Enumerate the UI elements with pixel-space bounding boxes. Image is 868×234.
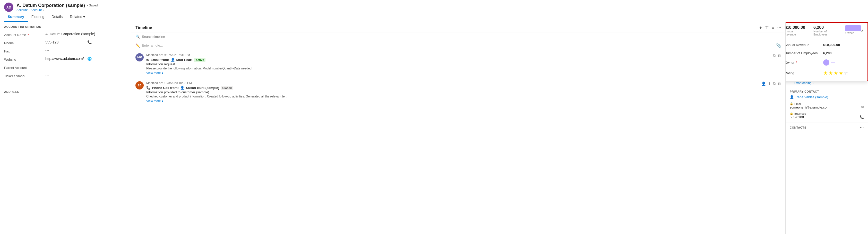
timeline-actions: + ⊤ ≡ ⋯ [760, 25, 781, 30]
contact-email-section: 🔒 Email someone_i@example.com ✉ [790, 102, 864, 109]
popup-owner-value [823, 59, 835, 66]
contact-business-section: 🔒 Business 555-0108 📞 [790, 112, 864, 119]
timeline-item-header-2: SB Modified on: 10/3/2020 10:33 PM 📞 Pho… [135, 81, 781, 103]
filter-timeline-icon[interactable]: ⊤ [765, 25, 769, 30]
timeline-search-bar: 🔍 [131, 32, 785, 41]
popup-header-owner-avatar [845, 25, 861, 31]
timeline-subject-1: Information request [146, 62, 770, 66]
assign-icon-2[interactable]: 👤 [762, 81, 766, 86]
popup-rating-stars: ★ ★ ★ ★ ☆ [823, 70, 848, 76]
required-indicator: * [28, 33, 29, 37]
note-area: ✏️ Enter a note... 📎 [131, 41, 785, 50]
list-item: SB Modified on: 10/3/2020 10:33 PM 📞 Pho… [135, 78, 781, 106]
list-item: MP Modified on: 9/27/2021 5:31 PM ✉ Emai… [135, 50, 781, 78]
popup-header-employees-value: 6,200 [813, 25, 837, 30]
popup-row-rating: Rating ★ ★ ★ ★ ☆ [785, 68, 864, 78]
attach-icon[interactable]: 📎 [776, 43, 781, 48]
address-section: ADDRESS [0, 88, 131, 96]
star-2: ★ [828, 70, 833, 76]
contacts-header: CONTACTS ⋯ [785, 123, 868, 132]
email-label: 🔒 Email [790, 102, 864, 105]
copy-icon-1[interactable]: ⧉ [773, 53, 776, 58]
timeline-type-2: 📞 Phone Call from: 👤 Susan Burk (sample)… [146, 86, 759, 90]
content-area: ACCOUNT INFORMATION Account Name * A. Da… [0, 22, 868, 234]
popup-header-employees: 6,200 Number of Employees [813, 25, 837, 36]
avatar-sb: SB [135, 81, 144, 90]
tab-summary[interactable]: Summary [4, 12, 28, 22]
globe-icon[interactable]: 🌐 [87, 57, 127, 61]
field-value-phone: 555-123 📞 [45, 40, 127, 44]
status-badge-2: Closed [221, 86, 233, 90]
popup-header-owner-label: Owner [845, 31, 861, 34]
phone-icon[interactable]: 📞 [87, 40, 127, 44]
list-timeline-icon[interactable]: ≡ [772, 26, 774, 30]
breadcrumb-account[interactable]: Account [17, 8, 28, 12]
popup-label-employees: Number of Employees [785, 51, 823, 55]
contacts-title: CONTACTS [790, 126, 806, 129]
copy-icon-2[interactable]: ⧉ [773, 81, 776, 86]
status-badge-1: Active [194, 58, 206, 62]
field-value-ticker: --- [45, 73, 127, 77]
clone-icon-2[interactable]: ⬆ [768, 81, 771, 86]
more-timeline-icon[interactable]: ⋯ [777, 25, 781, 30]
field-label-ticker: Ticker Symbol [4, 73, 45, 78]
tabs-bar: Summary Flooring Details Related ▾ [0, 12, 868, 22]
view-more-2[interactable]: View more ▾ [146, 99, 759, 103]
timeline-detail-1: Please provide the following information… [146, 67, 770, 70]
breadcrumb-account2[interactable]: Account ▾ [31, 8, 44, 12]
related-chevron-icon: ▾ [83, 15, 85, 19]
popup-row-owner: Owner * [785, 57, 864, 68]
field-label-website: Website [4, 57, 45, 62]
business-row: 555-0108 📞 [790, 115, 864, 119]
tab-details[interactable]: Details [48, 12, 66, 22]
email-action-icon[interactable]: ✉ [861, 105, 864, 109]
pencil-icon: ✏️ [135, 43, 140, 47]
timeline-content: MP Modified on: 9/27/2021 5:31 PM ✉ Emai… [131, 50, 785, 234]
chevron-down-icon-2: ▾ [162, 99, 163, 103]
star-5: ☆ [844, 70, 848, 76]
phone-action-icon[interactable]: 📞 [860, 115, 864, 119]
add-timeline-icon[interactable]: + [760, 26, 762, 30]
saved-badge: - Saved [87, 4, 98, 7]
field-label-fax: Fax [4, 48, 45, 53]
timeline-item-actions-2: 👤 ⬆ ⧉ 🗑 [762, 81, 781, 86]
record-name: A. Datum Corporation (sample) - Saved [17, 3, 864, 8]
section-divider [0, 86, 131, 86]
popup-header-owner-area: Owner [845, 25, 861, 36]
popup-row-revenue: Annual Revenue $10,000.00 [785, 41, 864, 49]
person-icon-1: 👤 [171, 58, 175, 62]
field-value-website: http://www.adatum.com/ 🌐 [45, 57, 127, 61]
timeline-detail-2: Checked customer and product information… [146, 95, 759, 98]
avatar: AD [4, 3, 13, 12]
popup-close-button[interactable]: ∧ [861, 28, 864, 33]
popup-body: Annual Revenue $10,000.00 Number of Empl… [785, 38, 867, 81]
contact-link-icon: 👤 [790, 95, 794, 99]
app-container: AD A. Datum Corporation (sample) - Saved… [0, 0, 868, 234]
business-value: 555-0108 [790, 115, 804, 119]
tab-related[interactable]: Related ▾ [66, 12, 89, 22]
search-icon: 🔍 [135, 34, 140, 39]
popup-value-employees: 6,200 [823, 51, 832, 55]
popup-label-owner: Owner * [785, 61, 823, 65]
email-value: someone_i@example.com [790, 105, 829, 109]
field-row-phone: Phone 555-123 📞 [4, 39, 127, 47]
note-placeholder[interactable]: Enter a note... [142, 43, 776, 47]
primary-contact-link[interactable]: 👤 Rene Valdes (sample) [790, 95, 864, 99]
middle-panel: Timeline + ⊤ ≡ ⋯ 🔍 ✏️ Enter a note... 📎 [131, 22, 785, 234]
tab-flooring[interactable]: Flooring [28, 12, 48, 22]
timeline-search-input[interactable] [142, 35, 781, 39]
owner-required: * [796, 61, 797, 65]
chevron-down-icon-1: ▾ [162, 71, 163, 75]
view-more-1[interactable]: View more ▾ [146, 71, 770, 75]
record-header: AD A. Datum Corporation (sample) - Saved… [0, 0, 868, 12]
field-value-parent-account: --- [45, 65, 127, 69]
primary-contact-section: Primary Contact 👤 Rene Valdes (sample) 🔒… [785, 87, 868, 122]
popup-header: $10,000.00 Annual Revenue 6,200 Number o… [785, 23, 867, 38]
delete-icon-1[interactable]: 🗑 [778, 54, 781, 58]
field-row-account-name: Account Name * A. Datum Corporation (sam… [4, 30, 127, 39]
contacts-more-icon[interactable]: ⋯ [860, 125, 864, 130]
timeline-item-body-2: Modified on: 10/3/2020 10:33 PM 📞 Phone … [146, 81, 759, 103]
popup-header-revenue: $10,000.00 Annual Revenue [785, 25, 805, 36]
popup-header-employees-label: Number of Employees [813, 30, 837, 36]
delete-icon-2[interactable]: 🗑 [778, 81, 781, 86]
